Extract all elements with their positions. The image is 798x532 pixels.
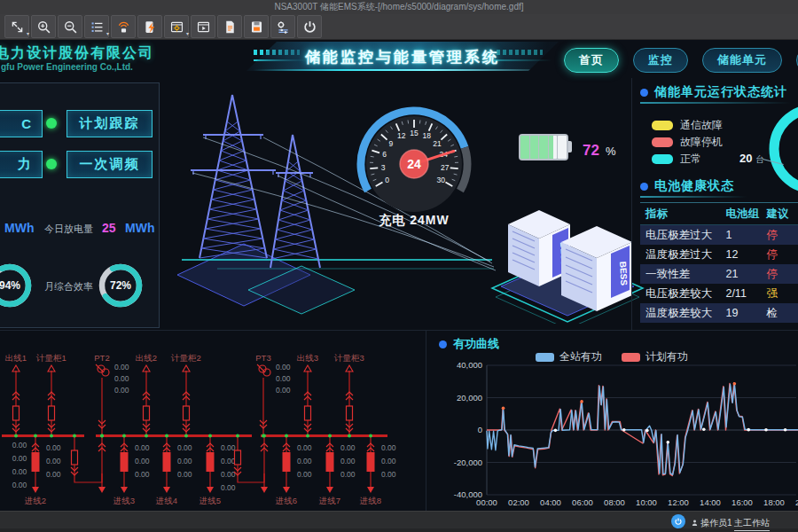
antenna-button[interactable]	[111, 15, 136, 38]
left-cut-button[interactable]: C	[0, 110, 43, 137]
legend-item-1: 通信故障	[652, 118, 723, 133]
diagram-label: 0.00	[135, 470, 150, 479]
diagram-label: 计量柜3	[333, 353, 364, 363]
diagram-label: 0.00	[221, 483, 236, 492]
lightning-button[interactable]	[137, 15, 162, 38]
gauge-tick-label: 6	[382, 150, 387, 159]
donut-value-label: 20 台	[739, 152, 764, 166]
ems-dashboard: NSA3000T 储能EMS系统-[/home/s5000/diagram/sy…	[0, 0, 798, 532]
diagram-label: 0.00	[340, 470, 356, 479]
section-unit-status: 储能单元运行状态统计	[640, 84, 787, 100]
zoom-in-button[interactable]	[31, 15, 56, 38]
power-button[interactable]	[297, 15, 322, 38]
session-icon[interactable]	[671, 514, 685, 528]
status-dot-icon	[46, 159, 57, 169]
power-user-icon	[674, 517, 683, 526]
window-settings-button[interactable]: ▾	[164, 15, 189, 38]
diagram-label: PT3	[255, 353, 270, 363]
zoom-out-button[interactable]	[58, 15, 82, 38]
mode-button-1[interactable]: 计划跟踪	[66, 110, 153, 137]
gauge-tick-label: 30	[437, 176, 446, 184]
gear-sliders-button[interactable]	[270, 15, 295, 38]
diagram-label: 进线6	[275, 496, 297, 505]
x-axis-label: 06:00	[572, 497, 593, 507]
nav-tab-3[interactable]: 储能单元	[702, 48, 782, 73]
efficiency-label: 月综合效率	[44, 280, 93, 293]
bottom-divider	[0, 330, 798, 331]
section-dot-icon	[640, 183, 648, 191]
fullscreen-icon	[10, 20, 25, 35]
cell-indicator: 电压极差较大	[640, 286, 725, 301]
save-icon	[249, 20, 264, 35]
battery-soc-icon	[519, 134, 568, 160]
list-button[interactable]: ▾	[84, 15, 109, 38]
battery-cell	[539, 136, 548, 159]
diagram-label: 0.00	[12, 481, 27, 489]
diagram-label: 0.00	[177, 457, 192, 466]
diagram-label: 0.00	[381, 443, 396, 452]
discharge-value: 25	[102, 221, 116, 235]
diagram-label: 0.00	[276, 374, 291, 383]
table-row: 温度极差过大12停	[640, 245, 798, 264]
document-button[interactable]	[217, 15, 242, 38]
battery-soc-value: 72	[583, 142, 599, 160]
diagram-label: 0.00	[12, 441, 27, 450]
cell-value: 19	[725, 307, 766, 319]
x-axis-label: 14:00	[700, 497, 721, 507]
table-row: 电压极差较大2/11强	[640, 284, 798, 303]
workstation-label[interactable]: 主工作站	[734, 517, 770, 531]
diagram-label: 0.00	[114, 363, 129, 372]
save-button[interactable]	[244, 15, 269, 38]
diagram-label: 0.00	[276, 363, 291, 372]
diagram-label: 0.00	[381, 457, 396, 466]
legend-swatch-icon	[652, 137, 673, 147]
cell-value: 21	[725, 268, 766, 280]
diagram-label: 0.00	[297, 443, 312, 452]
legend-label: 通信故障	[680, 118, 723, 133]
efficiency-gauge-left: 94%	[0, 262, 35, 311]
section-title: 储能单元运行状态统计	[654, 84, 787, 100]
table-row: 温度极差较大19检	[640, 303, 798, 323]
banner-decor-right	[497, 50, 543, 55]
battery-cell	[549, 136, 558, 159]
charge-unit: MWh	[4, 221, 34, 235]
gauge-tick-label: 9	[389, 139, 394, 148]
gauge-value-text: 24	[407, 157, 421, 171]
battery-cell	[520, 136, 529, 159]
fullscreen-button[interactable]: ▾	[4, 15, 29, 38]
section-dot-icon	[640, 89, 648, 97]
legend-item-3: 正常	[652, 152, 701, 167]
x-axis-label: 16:00	[732, 497, 753, 507]
nav-tab-1[interactable]: 首页	[564, 48, 619, 73]
legend-item-2: 故障停机	[652, 135, 723, 150]
main-nav: 首页监控储能单元系统状态	[564, 48, 798, 73]
legend-swatch-icon	[652, 121, 673, 130]
column-header: 建议	[767, 207, 798, 222]
mode-button-2[interactable]: 一次调频	[66, 151, 153, 178]
cell-indicator: 一致性差	[640, 267, 725, 282]
diagram-label: 0.00	[221, 443, 236, 452]
single-line-diagram: 出线1计量柜1PT20.000.000.00出线2计量柜2PT30.000.00…	[0, 332, 426, 510]
diagram-label: 0.00	[276, 386, 291, 395]
company-name-cn: 电力设计股份有限公司	[0, 44, 154, 63]
right-panel-divider	[631, 78, 632, 330]
nav-tab-2[interactable]: 监控	[633, 48, 688, 73]
y-axis-label: -20,000	[454, 458, 482, 467]
window-play-button[interactable]	[191, 15, 215, 38]
section-title: 电池健康状态	[654, 178, 734, 194]
battery-cell	[530, 136, 539, 159]
x-axis-label: 02:00	[508, 497, 529, 507]
window-settings-icon	[169, 20, 184, 35]
diagram-label: 进线8	[359, 496, 381, 505]
discharge-label: 今日放电量	[44, 223, 93, 236]
window-title: NSA3000T 储能EMS系统-[/home/s5000/diagram/sy…	[274, 2, 523, 12]
discharge-unit: MWh	[125, 221, 154, 235]
battery-cell	[558, 136, 567, 159]
diagram-label: 0.00	[46, 457, 61, 466]
left-cut-button[interactable]: 力	[0, 151, 43, 178]
table-row: 电压极差过大1停	[640, 225, 798, 245]
x-axis-label: 04:00	[540, 497, 561, 507]
power-icon	[302, 20, 317, 35]
antenna-icon	[116, 20, 131, 35]
bess-buildings-art: BESS BESS	[483, 173, 652, 324]
